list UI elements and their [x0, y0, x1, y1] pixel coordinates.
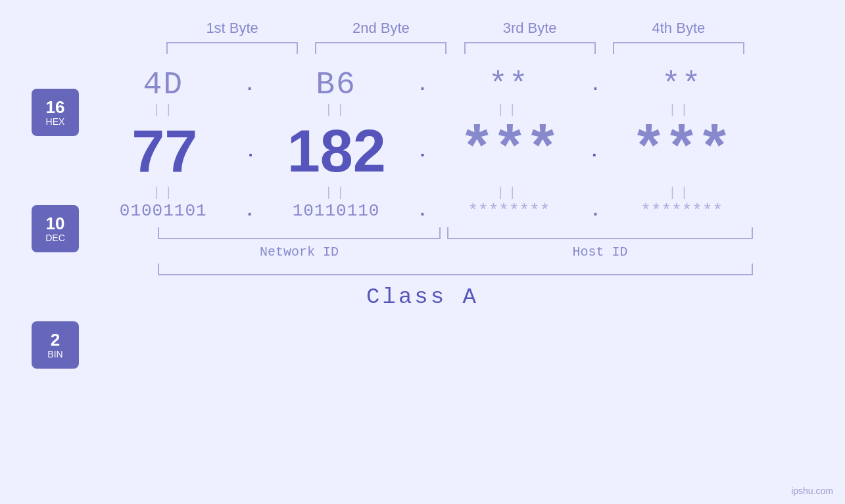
- hex-badge: 16 HEX: [32, 89, 79, 136]
- eq2-b1: ||: [99, 185, 230, 200]
- bracket-byte2: [315, 42, 447, 54]
- byte3-header: 3rd Byte: [464, 20, 596, 37]
- eq1-b1: ||: [99, 103, 230, 118]
- base-labels: 16 HEX 10 DEC 2 BIN: [32, 89, 79, 369]
- full-bracket: [158, 263, 753, 275]
- hex-byte1: 4D: [143, 67, 183, 103]
- dec-badge: 10 DEC: [32, 205, 79, 252]
- dec-dot1: .: [244, 142, 257, 162]
- host-bracket: [447, 227, 753, 239]
- bracket-byte3: [464, 42, 596, 54]
- equals-row1: || || || ||: [92, 103, 753, 118]
- bin-row: 01001101 . 10110110 . ******** . *******…: [92, 200, 753, 221]
- dec-row: 77 . 182 . *** . ***: [92, 118, 753, 185]
- bin-dot1: .: [240, 200, 260, 221]
- dec-byte4: ***: [631, 118, 730, 185]
- watermark: ipshu.com: [791, 486, 833, 496]
- byte2-header: 2nd Byte: [315, 20, 447, 37]
- top-brackets: [92, 42, 753, 54]
- dec-byte1: 77: [132, 118, 197, 184]
- bin-byte4: ********: [640, 201, 723, 221]
- id-labels: Network ID Host ID: [92, 244, 753, 260]
- byte-headers: 1st Byte 2nd Byte 3rd Byte 4th Byte: [92, 0, 753, 37]
- hex-dot3: .: [585, 75, 605, 95]
- bin-byte2: 10110110: [293, 201, 380, 221]
- bin-badge: 2 BIN: [32, 321, 79, 369]
- class-label: Class A: [366, 285, 479, 309]
- hex-byte2: B6: [316, 67, 356, 103]
- eq2-b4: ||: [615, 185, 746, 200]
- network-bracket: [158, 227, 441, 239]
- hex-byte4: **: [662, 67, 702, 103]
- dec-dot2: .: [416, 142, 429, 162]
- byte4-header: 4th Byte: [613, 20, 744, 37]
- eq1-b2: ||: [271, 103, 402, 118]
- bracket-byte4: [613, 42, 744, 54]
- dec-byte3: ***: [459, 118, 558, 185]
- main-container: 1st Byte 2nd Byte 3rd Byte 4th Byte 16 H…: [0, 0, 845, 504]
- hex-row: 4D . B6 . ** . **: [92, 67, 753, 103]
- dec-byte2: 182: [287, 118, 386, 184]
- hex-dot2: .: [412, 75, 432, 95]
- eq2-b2: ||: [271, 185, 402, 200]
- bracket-byte1: [166, 42, 298, 54]
- byte1-header: 1st Byte: [166, 20, 298, 37]
- hex-dot1: .: [240, 75, 260, 95]
- eq1-b3: ||: [443, 103, 574, 118]
- bottom-brackets: [92, 227, 753, 239]
- host-id-label: Host ID: [447, 244, 753, 260]
- bin-byte3: ********: [468, 201, 550, 221]
- dec-dot3: .: [588, 142, 601, 162]
- bin-dot3: .: [585, 200, 605, 221]
- eq2-b3: ||: [443, 185, 574, 200]
- bin-byte1: 01001101: [120, 201, 207, 221]
- equals-row2: || || || ||: [92, 185, 753, 200]
- eq1-b4: ||: [615, 103, 746, 118]
- hex-byte3: **: [489, 67, 529, 103]
- bin-dot2: .: [412, 200, 432, 221]
- network-id-label: Network ID: [158, 244, 441, 260]
